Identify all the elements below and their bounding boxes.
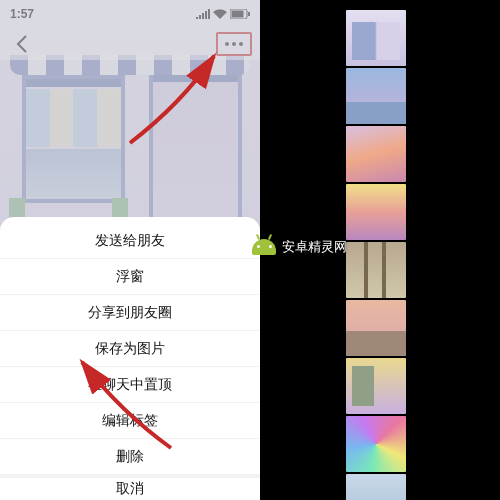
sheet-cancel-button[interactable]: 取消 xyxy=(0,478,260,500)
sheet-item-save-as-image[interactable]: 保存为图片 xyxy=(0,331,260,367)
thumbnail[interactable] xyxy=(346,416,406,472)
thumbnail[interactable] xyxy=(346,300,406,356)
thumbnail[interactable] xyxy=(346,68,406,124)
sheet-item-share-moments[interactable]: 分享到朋友圈 xyxy=(0,295,260,331)
thumbnail[interactable] xyxy=(346,474,406,500)
sheet-item-label: 分享到朋友圈 xyxy=(88,304,172,322)
sheet-item-label: 浮窗 xyxy=(116,268,144,286)
thumbnail[interactable] xyxy=(346,126,406,182)
thumbnail[interactable] xyxy=(346,358,406,414)
sheet-item-send-to-friend[interactable]: 发送给朋友 xyxy=(0,223,260,259)
thumbnail[interactable] xyxy=(346,242,406,298)
thumbnail[interactable] xyxy=(346,10,406,66)
sheet-item-label: 在聊天中置顶 xyxy=(88,376,172,394)
sheet-item-label: 删除 xyxy=(116,448,144,466)
sheet-item-label: 编辑标签 xyxy=(102,412,158,430)
sheet-item-label: 保存为图片 xyxy=(95,340,165,358)
sheet-item-floating-window[interactable]: 浮窗 xyxy=(0,259,260,295)
thumbnail-strip[interactable] xyxy=(346,10,406,500)
watermark-text: 安卓精灵网 xyxy=(282,238,347,256)
android-icon xyxy=(252,239,276,255)
sheet-item-label: 取消 xyxy=(116,480,144,498)
sheet-item-pin-in-chat[interactable]: 在聊天中置顶 xyxy=(0,367,260,403)
thumbnail[interactable] xyxy=(346,184,406,240)
sheet-item-edit-tags[interactable]: 编辑标签 xyxy=(0,403,260,439)
phone-screenshot-left: 1:57 发送给朋友 浮窗 分享到朋友圈 保存为图片 在聊天中置顶 编辑标签 删… xyxy=(0,0,260,500)
watermark: 安卓精灵网 xyxy=(252,238,347,256)
sheet-item-delete[interactable]: 删除 xyxy=(0,439,260,475)
action-sheet: 发送给朋友 浮窗 分享到朋友圈 保存为图片 在聊天中置顶 编辑标签 删除 取消 xyxy=(0,217,260,500)
sheet-item-label: 发送给朋友 xyxy=(95,232,165,250)
